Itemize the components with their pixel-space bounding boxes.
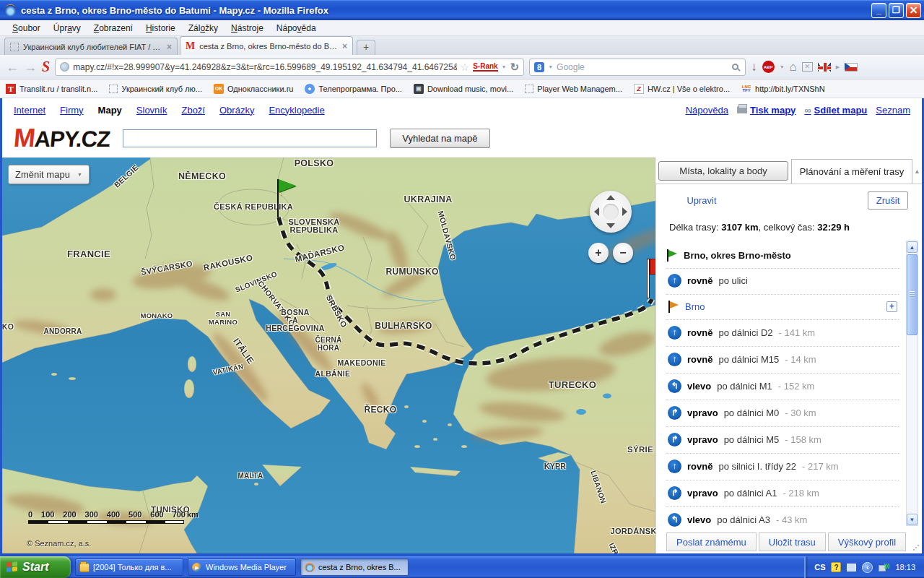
bookmark-star-icon[interactable]: ☆ [461, 61, 470, 73]
hide-icons-button[interactable]: ‹ [862, 562, 873, 573]
site-identity-icon[interactable] [60, 62, 69, 72]
sitenav-link-zboží[interactable]: Zboží [181, 105, 205, 116]
srank-dropdown-icon[interactable]: ▼ [502, 64, 507, 69]
route-step[interactable]: ↱vpravopo dálnici M0- 30 km [666, 400, 899, 427]
menu-item-soubor[interactable]: Soubor [6, 21, 47, 35]
route-waypoint[interactable]: Brno+ [666, 295, 899, 320]
language-indicator[interactable]: CS [814, 563, 825, 571]
home-icon[interactable]: ⌂ [790, 60, 797, 74]
scrollbar-thumb[interactable] [907, 254, 918, 335]
scroll-up-icon[interactable]: ▲ [907, 241, 918, 253]
new-tab-button[interactable]: + [357, 40, 375, 55]
menu-item-záložky[interactable]: Záložky [182, 21, 225, 35]
change-map-button[interactable]: Změnit mapu▼ [8, 165, 90, 184]
bookmark-item[interactable]: Украинский клуб лю... [109, 85, 202, 93]
sitenav-link-internet[interactable]: Internet [14, 105, 45, 116]
bookmark-item[interactable]: OKОдноклассники.ru [214, 84, 293, 94]
taskbar-task[interactable]: ▶Windows Media Player [188, 558, 296, 576]
route-start-flag-icon[interactable] [277, 179, 296, 217]
taskbar-task[interactable]: cesta z Brno, okres B... [300, 558, 409, 576]
pan-left-icon[interactable] [594, 207, 599, 216]
zoom-in-button[interactable]: + [588, 243, 609, 263]
network-tray-icon[interactable]: ))) [879, 563, 889, 571]
sitenav-link-nápověda[interactable]: Nápověda [686, 105, 728, 116]
tab-close-icon[interactable]: × [342, 41, 347, 51]
route-step[interactable]: ↱vpravopo dálnici M5- 158 km [666, 427, 899, 454]
sitenav-link-mapy[interactable]: Mapy [98, 105, 122, 116]
menu-item-nápověda[interactable]: Nápověda [270, 21, 323, 35]
adblock-icon[interactable]: ABP [762, 61, 775, 73]
srank-badge[interactable]: S-Rank [473, 62, 497, 72]
downloads-icon[interactable]: ↓ [751, 60, 757, 74]
save-route-button[interactable]: Uložit trasu [759, 532, 826, 551]
bookmark-item[interactable]: LNGTFYhttp://bit.ly/TXNShN [741, 84, 825, 94]
map-canvas[interactable]: POLSKONĚMECKOBELGIEČESKÁ REPUBLIKASLOVEN… [2, 158, 655, 553]
route-step[interactable]: ↑rovněpo dálnici M15- 14 km [666, 347, 899, 374]
bookmark-item[interactable]: TTranslit.ru / translit.n... [6, 84, 97, 94]
scroll-down-icon[interactable]: ▼ [907, 514, 918, 525]
sitenav-link-encyklopedie[interactable]: Encyklopedie [269, 105, 324, 116]
bookmark-item[interactable]: Player Web Managem... [525, 85, 622, 93]
reload-icon[interactable]: ↻ [510, 61, 520, 74]
bookmark-item[interactable]: ▣Download music, movi... [414, 84, 513, 94]
minimize-button[interactable]: _ [871, 3, 886, 18]
display-tray-icon[interactable] [847, 564, 856, 571]
panel-scrollbar[interactable]: ▲ ▼ [906, 241, 918, 526]
menu-item-zobrazení[interactable]: Zobrazení [87, 21, 139, 35]
adblock-dropdown-icon[interactable]: ▼ [780, 64, 785, 69]
route-step[interactable]: ↑rovněpo ulici [666, 268, 899, 295]
pan-right-icon[interactable] [622, 207, 627, 216]
forward-button[interactable]: → [24, 61, 37, 74]
czech-flag-icon[interactable] [845, 63, 858, 72]
close-button[interactable]: ✕ [906, 3, 921, 18]
url-input[interactable] [73, 62, 456, 72]
pan-up-icon[interactable] [606, 195, 615, 200]
pan-center[interactable] [603, 204, 619, 220]
route-end-flag-icon[interactable] [647, 259, 655, 298]
pan-down-icon[interactable] [606, 223, 615, 228]
bookmark-item[interactable]: Телепрограмма. Про... [305, 84, 402, 94]
route-step[interactable]: ↑rovněpo dálnici D2- 141 km [666, 320, 899, 347]
tab-places[interactable]: Místa, lokality a body [658, 161, 788, 181]
help-tray-icon[interactable]: ? [831, 562, 841, 572]
sitenav-link-obrázky[interactable]: Obrázky [219, 105, 254, 116]
engine-dropdown-icon[interactable]: ▼ [548, 64, 553, 69]
search-icon[interactable] [732, 64, 738, 70]
route-start-item[interactable]: Brno, okres Brno-město [666, 243, 899, 269]
taskbar-task[interactable]: [2004] Только для в... [75, 558, 183, 576]
menu-item-historie[interactable]: Historie [139, 21, 182, 35]
maximize-button[interactable]: ❐ [889, 3, 904, 18]
search-placeholder[interactable]: Google [557, 62, 728, 72]
route-step[interactable]: ↰vlevopo dálnici A3- 43 km [666, 507, 899, 531]
map-search-input[interactable] [123, 129, 377, 147]
uk-flag-icon[interactable] [818, 63, 831, 72]
cancel-route-button[interactable]: Zrušit [868, 191, 908, 210]
route-step[interactable]: ↰vlevopo dálnici M1- 152 km [666, 374, 899, 400]
menu-item-nástroje[interactable]: Nástroje [225, 21, 270, 35]
seznam-s-icon[interactable]: S [42, 59, 50, 75]
send-route-button[interactable]: Poslat známému [666, 532, 757, 551]
url-bar[interactable]: ☆ S-Rank ▼ ↻ [55, 59, 524, 76]
map-search-button[interactable]: Vyhledat na mapě [390, 129, 489, 148]
search-box[interactable]: 8 ▼ Google [529, 59, 746, 76]
sitenav-link-tisk-mapy[interactable]: Tisk mapy [737, 105, 796, 116]
route-step[interactable]: ↱vpravopo dálnici A1- 218 km [666, 480, 899, 507]
tab-close-icon[interactable]: × [167, 42, 172, 52]
sitenav-link-slovník[interactable]: Slovník [136, 105, 167, 116]
start-button[interactable]: Start [0, 556, 71, 578]
browser-tab-2-active[interactable]: M cesta z Brno, okres Brno-město do Batu… [180, 36, 353, 55]
tab-route-planning[interactable]: Plánování a měření trasy [791, 159, 912, 184]
route-step[interactable]: ↑rovněpo silnici I. třídy 22- 217 km [666, 454, 899, 480]
edit-route-button[interactable]: Upravit [669, 191, 727, 210]
bookmark-item[interactable]: ZHW.cz | Vše o elektro... [634, 84, 730, 94]
map-pan-control[interactable] [590, 191, 632, 233]
panel-collapse-icon[interactable]: ▲ [914, 168, 920, 175]
zoom-out-button[interactable]: − [613, 243, 633, 263]
resize-grip[interactable] [913, 545, 919, 551]
image-placeholder-icon[interactable]: ✕ [802, 62, 813, 72]
language-dropdown-icon[interactable]: ▶ [836, 64, 840, 70]
google-engine-icon[interactable]: 8 [534, 62, 544, 72]
add-waypoint-button[interactable]: + [886, 301, 897, 312]
sitenav-link-sdílet-mapu[interactable]: ∞Sdílet mapu [804, 105, 867, 116]
mapy-logo[interactable]: MAPY.CZ [12, 123, 111, 153]
